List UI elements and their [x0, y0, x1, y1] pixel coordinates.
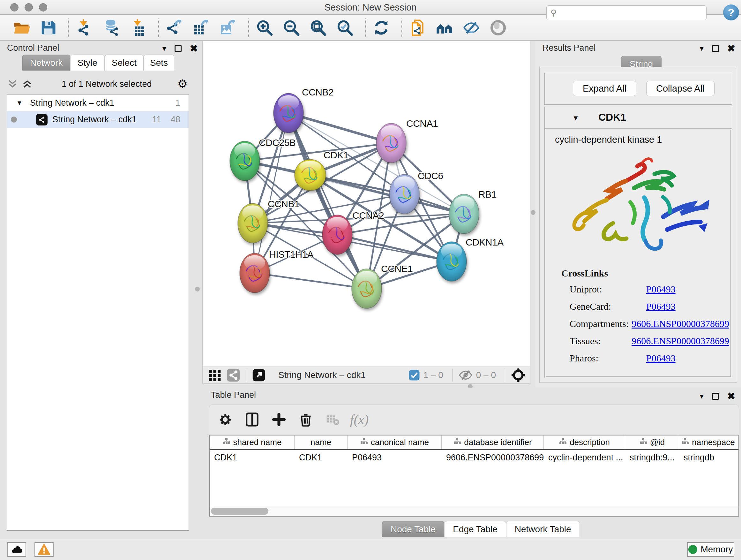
tab-select[interactable]: Select	[105, 55, 144, 71]
table-cell[interactable]: CDK1	[210, 453, 294, 462]
tab-network[interactable]: Network	[22, 55, 70, 71]
results-panel-float-icon[interactable]	[712, 45, 719, 52]
new-network-from-selection-icon[interactable]	[408, 18, 427, 37]
control-panel-collapse-icon[interactable]: ▾	[162, 45, 166, 52]
expand-all-networks-icon[interactable]	[21, 78, 33, 90]
node-ccnb2[interactable]: CCNB2	[273, 87, 333, 133]
open-session-icon[interactable]	[12, 18, 30, 37]
table-panel-float-icon[interactable]	[712, 393, 719, 400]
column-header-name[interactable]: name	[294, 435, 347, 449]
zoom-selected-region-icon[interactable]	[336, 18, 354, 37]
column-header-namespace[interactable]: namespace	[679, 435, 737, 449]
table-cell[interactable]: cyclin-dependent ...	[544, 453, 625, 462]
hidden-eye-slash-icon[interactable]	[458, 368, 473, 382]
edge-hist1h1a-ccne1[interactable]	[255, 273, 367, 289]
zoom-in-icon[interactable]	[255, 18, 274, 37]
search-input[interactable]	[559, 6, 706, 19]
delete-column-trash-icon[interactable]	[297, 411, 315, 428]
crosslink-link[interactable]: P06493	[646, 284, 676, 295]
export-image-icon[interactable]	[219, 18, 238, 37]
tab-sets[interactable]: Sets	[144, 55, 174, 71]
node-label-ccne1: CCNE1	[381, 263, 413, 274]
table-cell[interactable]: 9606.ENSP00000378699	[442, 453, 544, 462]
save-session-icon[interactable]	[39, 18, 57, 37]
control-panel-close-icon[interactable]: ✖	[190, 44, 198, 53]
collection-expander-icon[interactable]: ▼	[16, 99, 23, 107]
add-column-icon[interactable]	[270, 411, 288, 428]
string-network-icon	[36, 114, 48, 125]
left-splitter-handle[interactable]	[195, 287, 200, 292]
results-panel-collapse-icon[interactable]: ▾	[700, 45, 704, 52]
network-row-selected[interactable]: String Network – cdk1 11 48	[7, 111, 189, 128]
node-rb1[interactable]: RB1	[449, 189, 496, 234]
node-ccna1[interactable]: CCNA1	[376, 118, 438, 163]
column-header-shared-name[interactable]: shared name	[210, 435, 294, 449]
table-settings-gear-icon[interactable]	[216, 411, 234, 428]
function-builder-icon[interactable]: f(x)	[350, 411, 368, 428]
crosslink-link[interactable]: 9606.ENSP00000378699	[631, 335, 729, 347]
hide-selected-icon[interactable]	[462, 18, 481, 37]
column-header-canonical-name[interactable]: canonical name	[347, 435, 442, 449]
help-button[interactable]: ?	[723, 4, 739, 20]
import-network-from-database-icon[interactable]	[102, 18, 121, 37]
crosslink-link[interactable]: P06493	[646, 353, 676, 364]
tab-network-table[interactable]: Network Table	[506, 521, 580, 537]
delete-table-icon[interactable]	[324, 411, 341, 428]
table-tabs: Node TableEdge TableNetwork Table	[382, 521, 580, 537]
right-splitter-handle[interactable]	[531, 210, 536, 215]
import-network-from-file-icon[interactable]	[75, 18, 94, 37]
crosslink-link[interactable]: 9606.ENSP00000378699	[631, 318, 729, 329]
zoom-fit-content-icon[interactable]	[309, 18, 327, 37]
table-row[interactable]: CDK1CDK1P064939606.ENSP00000378699cyclin…	[210, 450, 738, 465]
column-header-database-identifier[interactable]: database identifier	[442, 435, 544, 449]
table-panel-close-icon[interactable]: ✖	[727, 391, 735, 401]
collapse-all-button[interactable]: Collapse All	[646, 81, 715, 96]
collapse-all-networks-icon[interactable]	[7, 78, 18, 90]
control-panel-float-icon[interactable]	[175, 45, 182, 52]
protein-description: cyclin-dependent kinase 1	[555, 134, 662, 145]
table-scrollbar-thumb[interactable]	[211, 508, 268, 515]
cloud-status-button[interactable]	[7, 542, 26, 557]
export-table-icon[interactable]	[192, 18, 211, 37]
tab-style[interactable]: Style	[70, 55, 105, 71]
node-hist1h1a[interactable]: HIST1H1A	[240, 249, 314, 293]
string-badge-icon[interactable]	[226, 368, 240, 382]
birds-eye-view-icon[interactable]	[511, 368, 526, 382]
control-panel-title: Control Panel	[7, 43, 59, 53]
memory-button[interactable]: Memory	[687, 542, 734, 557]
refresh-network-view-icon[interactable]	[372, 18, 391, 37]
import-table-from-file-icon[interactable]	[129, 18, 147, 37]
export-network-icon[interactable]	[165, 18, 184, 37]
network-collection-row[interactable]: ▼ String Network – cdk1 1	[7, 95, 189, 111]
expand-all-button[interactable]: Expand All	[573, 81, 636, 96]
open-in-window-icon[interactable]	[252, 368, 266, 382]
table-cell[interactable]: CDK1	[294, 453, 347, 462]
table-cell[interactable]: P06493	[347, 453, 442, 462]
node-cdkn1a[interactable]: CDKN1A	[436, 237, 503, 281]
network-tree: ▼ String Network – cdk1 1 String Network…	[7, 94, 189, 531]
tab-node-table[interactable]: Node Table	[382, 521, 444, 537]
protein-section-expander-icon[interactable]: ▼	[572, 114, 579, 122]
table-cell[interactable]: stringdb	[679, 453, 737, 462]
show-column-panel-icon[interactable]	[243, 411, 261, 428]
column-header-id[interactable]: @id	[625, 435, 679, 449]
tab-edge-table[interactable]: Edge Table	[444, 521, 506, 537]
grid-view-icon[interactable]	[208, 368, 222, 382]
show-all-icon[interactable]	[489, 18, 508, 37]
network-options-gear-icon[interactable]: ⚙	[178, 77, 188, 91]
table-horizontal-scrollbar[interactable]	[210, 506, 738, 516]
string-network-graph[interactable]: CCNB2CCNA1CDC25BCDK1CDC6RB1CCNB1CCNA2CDK…	[203, 41, 530, 367]
results-panel-close-icon[interactable]: ✖	[727, 44, 735, 53]
column-header-description[interactable]: description	[544, 435, 625, 449]
selected-checkbox-icon[interactable]	[408, 369, 420, 381]
warnings-button[interactable]	[35, 542, 54, 557]
first-neighbors-icon[interactable]	[435, 18, 454, 37]
zoom-out-icon[interactable]	[282, 18, 300, 37]
network-canvas[interactable]: CCNB2CCNA1CDC25BCDK1CDC6RB1CCNB1CCNA2CDK…	[202, 41, 530, 367]
table-cell[interactable]: stringdb:9...	[625, 453, 679, 462]
edge-ccna2-cdkn1a[interactable]	[337, 235, 452, 261]
edge-ccnb2-ccna1[interactable]	[288, 113, 391, 143]
table-panel-collapse-icon[interactable]: ▾	[700, 392, 704, 400]
node-ccne1[interactable]: CCNE1	[352, 263, 413, 308]
crosslink-link[interactable]: P06493	[646, 301, 676, 312]
